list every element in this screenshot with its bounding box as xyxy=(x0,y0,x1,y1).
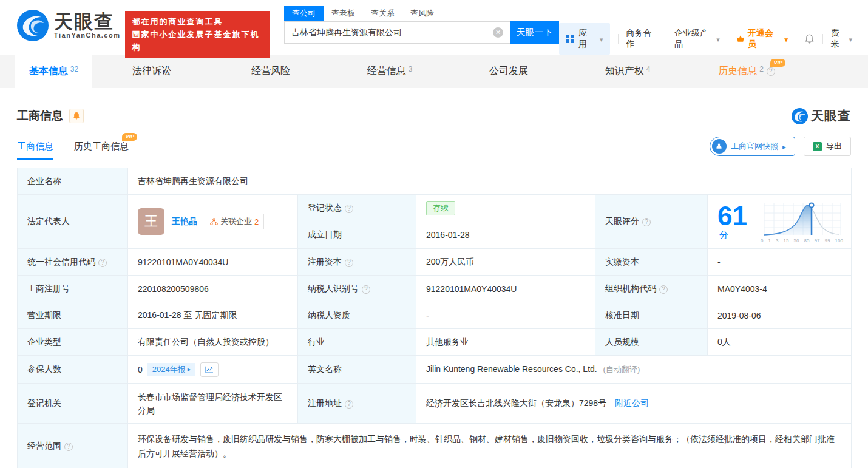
related-companies-count: 2 xyxy=(254,217,259,226)
tianyancha-logo-icon xyxy=(17,10,49,41)
tab-operation-label: 经营信息 xyxy=(367,65,406,78)
question-icon[interactable] xyxy=(659,285,668,294)
apps-menu[interactable]: 应用 xyxy=(559,23,610,55)
question-icon[interactable] xyxy=(345,400,353,409)
tab-ip-count: 4 xyxy=(646,65,651,73)
status-badge: 存续 xyxy=(426,201,455,215)
trend-chart-button[interactable] xyxy=(200,362,219,377)
nearby-companies-link[interactable]: 附近公司 xyxy=(615,398,649,408)
nav-cooperation[interactable]: 商务合作 xyxy=(626,28,659,50)
paid-capital-value: - xyxy=(708,249,852,276)
reg-status-label: 登记状态 xyxy=(298,195,416,222)
open-vip-button[interactable]: 开通会员 xyxy=(736,28,788,50)
tab-company-development[interactable]: 公司发展 xyxy=(449,55,568,88)
org-code-value: MA0Y4003-4 xyxy=(708,276,852,302)
crown-icon xyxy=(736,35,745,43)
tianyancha-mini-icon xyxy=(792,108,808,124)
tab-basic-label: 基本信息 xyxy=(29,65,68,78)
tick-label: 15 xyxy=(784,238,789,243)
watermark-logo: 天眼查 xyxy=(792,107,851,124)
search-block: 查公司 查老板 查关系 查风险 天眼一下 xyxy=(284,6,559,44)
tab-operating-info[interactable]: 经营信息 3 xyxy=(330,55,449,88)
tab-basic-count: 32 xyxy=(70,65,78,73)
search-button[interactable]: 天眼一下 xyxy=(510,21,559,44)
score-unit: 分 xyxy=(719,229,728,240)
logo-text: 天眼查 TianYanCha.com xyxy=(54,12,120,39)
section-header: 工商信息 天眼查 xyxy=(17,107,851,124)
question-icon[interactable] xyxy=(64,443,73,451)
company-type-label: 企业类型 xyxy=(18,329,128,356)
tick-label: 99 xyxy=(825,238,830,243)
search-tab-relation[interactable]: 查关系 xyxy=(363,6,402,21)
search-tab-risk[interactable]: 查风险 xyxy=(402,6,442,21)
promo-banner-line2: 国家中小企业发展子基金旗下机构 xyxy=(132,28,263,53)
tick-label: 0 xyxy=(761,238,763,243)
reg-capital-label-text: 注册资本 xyxy=(308,257,342,266)
business-term-value: 2016-01-28 至 无固定期限 xyxy=(128,302,298,329)
subtab-row: 工商信息 VIP 历史工商信息 工商官网快照 导出 xyxy=(17,137,851,160)
tick-label: 50 xyxy=(794,238,799,243)
chevron-down-icon xyxy=(597,34,603,44)
reg-address-label: 注册地址 xyxy=(298,384,416,424)
search-tab-company[interactable]: 查公司 xyxy=(284,6,324,21)
business-term-label: 营业期限 xyxy=(18,302,128,329)
annual-report-badge[interactable]: 2024年报 xyxy=(147,363,195,376)
monitor-bell-button[interactable] xyxy=(69,109,84,123)
taxpayer-qualification-label: 纳税人资质 xyxy=(298,302,416,329)
question-icon[interactable] xyxy=(642,218,651,226)
tick-label: 100 xyxy=(835,238,843,243)
export-button[interactable]: 导出 xyxy=(804,137,851,156)
enterprise-name-value: 吉林省坤腾再生资源有限公司 xyxy=(128,168,852,195)
tab-basic-info[interactable]: 基本信息 32 xyxy=(15,55,92,88)
search-input[interactable] xyxy=(284,21,510,44)
tianyancha-logo[interactable]: 天眼查 TianYanCha.com xyxy=(17,10,120,41)
english-name-text: Jilin Kunteng Renewable Resources Co., L… xyxy=(426,364,597,374)
question-icon[interactable] xyxy=(345,205,353,213)
approval-date-value: 2019-08-06 xyxy=(708,302,852,329)
table-row: 经营范围 环保设备研发与销售，废旧纺织品研发与销售，防寒大棚被加工与销售，时装、… xyxy=(18,424,852,468)
insured-count-cell: 0 2024年报 xyxy=(128,356,298,384)
chevron-down-icon xyxy=(782,34,788,44)
related-companies-badge[interactable]: 关联企业 2 xyxy=(205,214,264,229)
tab-operation-count: 3 xyxy=(409,65,413,73)
notification-bell-icon[interactable] xyxy=(804,33,815,44)
reg-number-value: 220108200509806 xyxy=(128,276,298,302)
tab-intellectual-property[interactable]: 知识产权 4 xyxy=(568,55,687,88)
industry-label: 行业 xyxy=(298,329,416,356)
main-content: 工商信息 天眼查 工商信息 VIP 历史工商信息 xyxy=(0,107,868,468)
official-snapshot-button[interactable]: 工商官网快照 xyxy=(710,137,795,156)
business-info-table: 企业名称 吉林省坤腾再生资源有限公司 法定代表人 王 王艳晶 xyxy=(17,168,852,468)
tab-legal[interactable]: 法律诉讼 xyxy=(92,55,211,88)
tab-operating-risk[interactable]: 经营风险 xyxy=(211,55,330,88)
vip-badge: VIP xyxy=(122,133,137,141)
search-tab-boss[interactable]: 查老板 xyxy=(324,6,363,21)
search-clear-icon[interactable] xyxy=(493,27,503,38)
score-distribution-chart: 0 1 3 15 50 85 97 99 100 xyxy=(761,200,843,243)
chevron-down-icon xyxy=(846,34,852,44)
taxpayer-id-label: 纳税人识别号 xyxy=(298,276,416,302)
subtab-business-info[interactable]: 工商信息 xyxy=(17,141,53,160)
question-icon[interactable] xyxy=(98,259,107,267)
tab-history-info[interactable]: VIP 历史信息 2 xyxy=(687,55,806,88)
question-icon[interactable] xyxy=(767,67,775,76)
reg-authority-value: 长春市市场监督管理局经济技术开发区分局 xyxy=(128,384,298,424)
taxpayer-id-label-text: 纳税人识别号 xyxy=(308,283,359,293)
user-menu[interactable]: 费米 xyxy=(831,28,852,50)
legal-rep-name-link[interactable]: 王艳晶 xyxy=(172,216,197,227)
subtab-history-label: 历史工商信息 xyxy=(74,141,129,151)
subtab-history-business-info[interactable]: VIP 历史工商信息 xyxy=(74,141,129,160)
nav-enterprise-products[interactable]: 企业级产品 xyxy=(674,28,720,50)
snapshot-label: 工商官网快照 xyxy=(731,141,778,152)
reg-number-label: 工商注册号 xyxy=(18,276,128,302)
promo-banner: 都在用的商业查询工具 国家中小企业发展子基金旗下机构 xyxy=(125,11,270,58)
tab-development-label: 公司发展 xyxy=(489,65,528,78)
question-icon[interactable] xyxy=(362,285,370,294)
question-icon[interactable] xyxy=(345,259,353,267)
apps-label: 应用 xyxy=(578,28,593,50)
logo-title: 天眼查 xyxy=(54,12,120,32)
score-label: 天眼评分 xyxy=(595,195,708,249)
legal-rep-avatar[interactable]: 王 xyxy=(138,208,164,235)
industry-value: 其他服务业 xyxy=(416,329,595,356)
tab-history-label: 历史信息 xyxy=(718,65,757,78)
english-name-label: 英文名称 xyxy=(298,356,416,384)
